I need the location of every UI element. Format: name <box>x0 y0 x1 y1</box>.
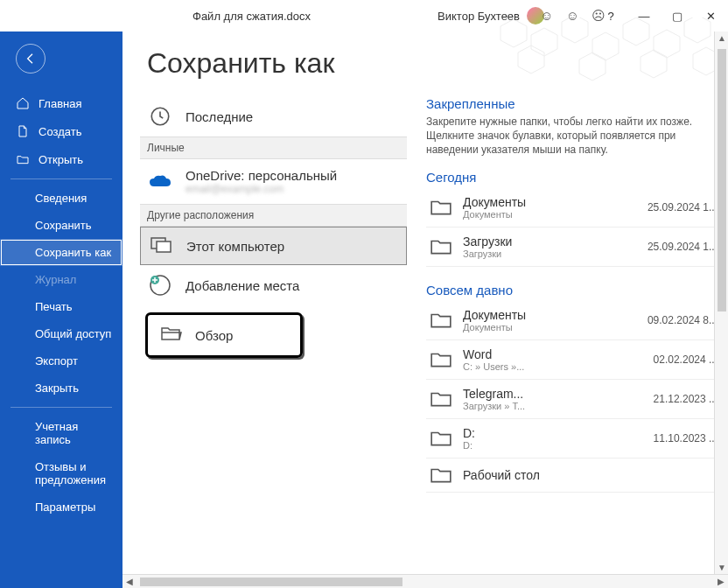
location-label: Последние <box>186 109 253 124</box>
browse-label: Обзор <box>195 328 233 343</box>
minimize-button[interactable]: — <box>635 10 653 23</box>
sidebar-item-print[interactable]: Печать <box>0 293 122 320</box>
face-happy-icon[interactable]: ☺ <box>540 8 553 24</box>
face-neutral-icon[interactable]: ☺ <box>566 8 579 24</box>
location-label: Этот компьютер <box>186 239 284 254</box>
scroll-thumb[interactable] <box>718 49 726 312</box>
sidebar-item-options[interactable]: Параметры <box>0 494 122 521</box>
titlebar: Файл для сжатия.docx Виктор Бухтеев ☺ ☺ … <box>0 0 728 32</box>
scroll-right-icon[interactable]: ▶ <box>718 577 724 586</box>
svg-rect-13 <box>157 242 171 252</box>
folder-sub: Документы <box>463 322 637 332</box>
folder-date: 25.09.2024 1... <box>648 201 718 214</box>
folder-name: Документы <box>463 308 637 322</box>
scroll-down-icon[interactable]: ▼ <box>718 563 726 572</box>
location-label: OneDrive: персональный <box>186 168 337 183</box>
onedrive-icon <box>147 174 173 190</box>
location-thispc[interactable]: Этот компьютер <box>140 227 407 265</box>
folder-sub: C: » Users »... <box>463 361 643 372</box>
add-place-icon <box>147 274 173 297</box>
sidebar-item-info[interactable]: Сведения <box>0 185 122 212</box>
location-onedrive[interactable]: OneDrive: персональный email@example.com <box>140 159 407 204</box>
document-filename: Файл для сжатия.docx <box>192 10 311 23</box>
locations-header-other: Другие расположения <box>140 204 407 227</box>
location-addplace[interactable]: Добавление места <box>140 265 407 305</box>
maximize-button[interactable]: ▢ <box>668 10 686 23</box>
content-area: Сохранить как Последние Личные OneDrive:… <box>122 32 728 588</box>
folder-row[interactable]: Документы Документы 25.09.2024 1... <box>426 188 721 228</box>
sidebar-item-save[interactable]: Сохранить <box>0 212 122 239</box>
pc-icon <box>148 236 174 256</box>
sidebar-label: Создать <box>38 125 81 138</box>
folder-icon <box>430 389 452 409</box>
sidebar-item-saveas[interactable]: Сохранить как <box>0 239 122 266</box>
sidebar-item-history: Журнал <box>0 266 122 293</box>
sidebar-item-share[interactable]: Общий доступ <box>0 320 122 347</box>
user-area[interactable]: Виктор Бухтеев <box>438 7 544 24</box>
folder-sub: Загрузки » T... <box>463 401 643 411</box>
sidebar-item-account[interactable]: Учетная запись <box>0 413 122 453</box>
vertical-scrollbar[interactable]: ▲ ▼ <box>714 32 728 574</box>
sidebar-item-home[interactable]: Главная <box>0 89 122 117</box>
folder-date: 21.12.2023 ... <box>654 393 718 405</box>
folder-row[interactable]: Загрузки Загрузки 25.09.2024 1... <box>426 228 721 267</box>
longago-section-title: Совсем давно <box>426 283 721 298</box>
face-feedback-icons: ☺ ☺ ☹ <box>540 8 606 24</box>
clock-icon <box>147 105 173 128</box>
browse-button[interactable]: Обзор <box>145 312 303 358</box>
folder-date: 25.09.2024 1... <box>648 241 718 253</box>
locations-column: Последние Личные OneDrive: персональный … <box>122 32 416 588</box>
folder-sub: Документы <box>463 209 637 220</box>
folder-name: D: <box>463 426 643 440</box>
sidebar-item-feedback[interactable]: Отзывы и предложения <box>0 453 122 494</box>
scroll-thumb[interactable] <box>140 578 402 586</box>
pinned-section-title: Закрепленные <box>426 96 721 111</box>
folder-icon <box>430 429 452 448</box>
user-name: Виктор Бухтеев <box>438 10 520 23</box>
page-title: Сохранить как <box>147 47 334 80</box>
back-button[interactable] <box>16 44 46 74</box>
folder-icon <box>430 237 452 256</box>
longago-list: ДокументыДокументы 09.02.2024 8... WordC… <box>426 301 721 493</box>
locations-header-personal: Личные <box>140 136 407 159</box>
folder-row[interactable]: Telegram...Загрузки » T... 21.12.2023 ..… <box>426 380 721 419</box>
folder-sub: Загрузки <box>463 248 637 259</box>
folder-icon <box>430 198 452 217</box>
folder-icon <box>430 311 452 330</box>
folder-open-icon <box>160 324 183 346</box>
close-button[interactable]: ✕ <box>702 10 719 23</box>
window-controls: ? — ▢ ✕ <box>602 10 719 23</box>
folder-date: 11.10.2023 ... <box>654 432 718 444</box>
folders-column: Закрепленные Закрепите нужные папки, что… <box>416 32 728 588</box>
location-label: Добавление места <box>186 278 299 293</box>
folder-row[interactable]: WordC: » Users »... 02.02.2024 ... <box>426 340 721 380</box>
folder-row[interactable]: ДокументыДокументы 09.02.2024 8... <box>426 301 721 340</box>
folder-name: Документы <box>463 195 637 209</box>
folder-sub: D: <box>463 440 643 451</box>
backstage-sidebar: Главная Создать Открыть Сведения Сохрани… <box>0 32 122 588</box>
folder-icon <box>430 466 452 485</box>
folder-name: Word <box>463 347 643 361</box>
today-section-title: Сегодня <box>426 170 721 185</box>
sidebar-item-close[interactable]: Закрыть <box>0 374 122 402</box>
folder-date: 09.02.2024 8... <box>648 314 718 326</box>
scroll-up-icon[interactable]: ▲ <box>718 33 726 43</box>
sidebar-label: Открыть <box>38 153 83 166</box>
folder-icon <box>430 350 452 369</box>
sidebar-item-open[interactable]: Открыть <box>0 145 122 173</box>
sidebar-item-export[interactable]: Экспорт <box>0 347 122 374</box>
location-sublabel: email@example.com <box>186 183 337 195</box>
today-list: Документы Документы 25.09.2024 1... Загр… <box>426 188 721 267</box>
folder-name: Telegram... <box>463 387 643 401</box>
horizontal-scrollbar[interactable]: ◀ ▶ <box>122 574 728 588</box>
folder-name: Загрузки <box>463 234 637 248</box>
scroll-left-icon[interactable]: ◀ <box>126 577 133 586</box>
folder-name: Рабочий стол <box>463 468 718 482</box>
folder-date: 02.02.2024 ... <box>654 354 718 366</box>
location-recent[interactable]: Последние <box>140 96 407 136</box>
folder-row[interactable]: Рабочий стол <box>426 458 721 493</box>
sidebar-item-new[interactable]: Создать <box>0 117 122 145</box>
folder-row[interactable]: D:D: 11.10.2023 ... <box>426 419 721 458</box>
sidebar-label: Главная <box>38 97 81 110</box>
help-icon[interactable]: ? <box>602 10 620 23</box>
